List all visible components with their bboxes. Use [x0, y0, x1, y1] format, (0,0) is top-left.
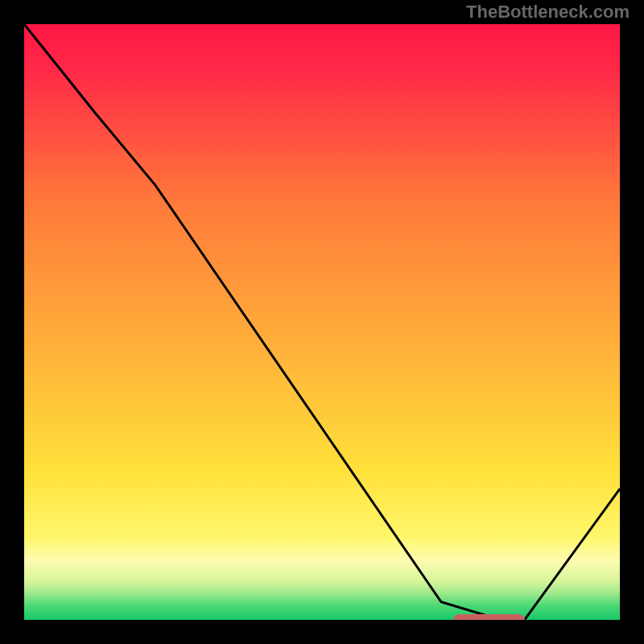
watermark-text: TheBottleneck.com: [466, 2, 630, 23]
svg-rect-0: [24, 24, 620, 620]
chart-container: TheBottleneck.com: [0, 0, 644, 644]
frame-border-right: [620, 0, 644, 644]
plot-area: [24, 24, 620, 620]
frame-border-bottom: [0, 620, 644, 644]
frame-border-left: [0, 0, 24, 644]
heat-gradient: [24, 24, 620, 620]
